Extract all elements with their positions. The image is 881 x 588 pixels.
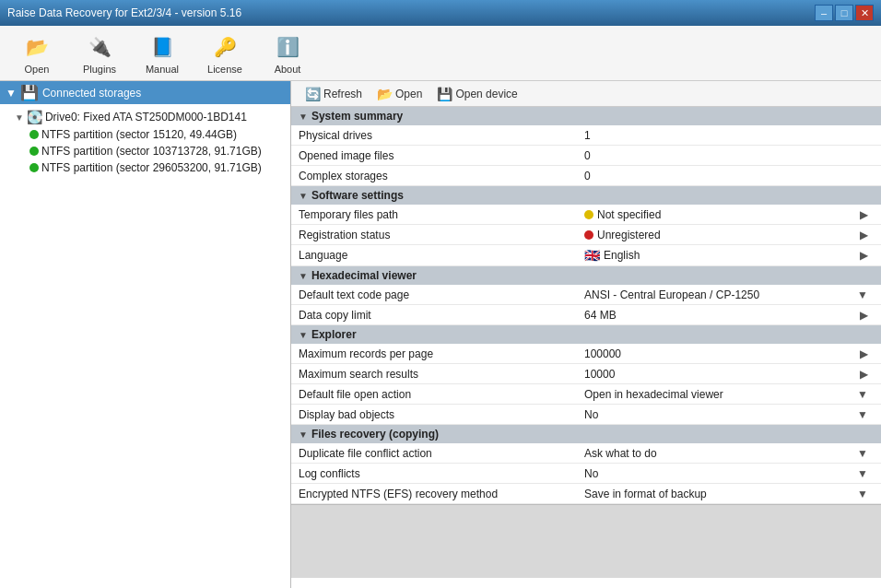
section-triangle-0: ▼: [299, 112, 308, 122]
row-max-records-per-page[interactable]: Maximum records per page 100000 ▶: [291, 344, 881, 364]
plugins-icon: 🔌: [85, 32, 114, 62]
registration-status-dot: [584, 230, 593, 240]
section-hexadecimal-viewer: ▼ Hexadecimal viewer: [291, 266, 881, 285]
toolbar-plugins[interactable]: 🔌 Plugins: [70, 29, 129, 77]
close-button[interactable]: ✕: [855, 5, 874, 21]
data-copy-limit-label: Data copy limit: [291, 306, 577, 324]
toolbar-open[interactable]: 📂 Open: [7, 29, 66, 77]
max-records-arrow: ▶: [854, 347, 874, 360]
open-device-icon: 💾: [437, 87, 452, 101]
default-file-open-action-label: Default file open action: [291, 385, 577, 404]
registration-status-value: Unregistered ▶: [577, 226, 881, 244]
registration-arrow: ▶: [854, 229, 874, 241]
registration-status-text: Unregistered: [597, 229, 661, 241]
max-records-per-page-value: 100000 ▶: [577, 345, 881, 363]
toolbar-plugins-label: Plugins: [83, 64, 116, 75]
temp-files-status-dot: [584, 210, 593, 219]
bottom-empty-area: [291, 504, 881, 578]
maximize-button[interactable]: □: [835, 5, 853, 21]
max-records-per-page-text: 100000: [584, 347, 621, 360]
window-title: Raise Data Recovery for Ext2/3/4 - versi…: [7, 6, 241, 19]
partition-node-2[interactable]: NTFS partition (sector 296053200, 91.71G…: [0, 159, 290, 176]
row-log-conflicts[interactable]: Log conflicts No ▼: [291, 464, 881, 484]
encrypted-ntfs-recovery-value: Save in format of backup ▼: [577, 485, 881, 503]
max-search-results-label: Maximum search results: [291, 365, 577, 383]
manual-icon: 📘: [147, 32, 177, 62]
flag-icon: 🇬🇧: [584, 248, 600, 263]
text-code-page-arrow: ▼: [852, 288, 874, 301]
section-files-recovery: ▼ Files recovery (copying): [291, 425, 881, 443]
row-duplicate-file-conflict[interactable]: Duplicate file conflict action Ask what …: [291, 443, 881, 464]
temp-files-arrow: ▶: [854, 208, 874, 221]
drive-node[interactable]: ▼ 💽 Drive0: Fixed ATA ST250DM000-1BD141: [0, 108, 290, 126]
default-text-code-page-label: Default text code page: [291, 286, 577, 304]
default-text-code-page-text: ANSI - Central European / CP-1250: [584, 288, 759, 301]
row-physical-drives: Physical drives 1: [291, 125, 881, 146]
section-triangle-3: ▼: [299, 330, 308, 340]
refresh-label: Refresh: [323, 88, 362, 100]
partition-status-dot-1: [29, 147, 39, 156]
refresh-button[interactable]: 🔄 Refresh: [299, 84, 369, 104]
max-records-per-page-label: Maximum records per page: [291, 345, 577, 363]
section-system-summary: ▼ System summary: [291, 107, 881, 125]
row-encrypted-ntfs-recovery[interactable]: Encrypted NTFS (EFS) recovery method Sav…: [291, 484, 881, 504]
section-explorer: ▼ Explorer: [291, 325, 881, 344]
default-text-code-page-value: ANSI - Central European / CP-1250 ▼: [577, 286, 881, 304]
default-file-open-action-arrow: ▼: [852, 388, 874, 401]
default-file-open-action-text: Open in hexadecimal viewer: [584, 388, 723, 401]
drive-label: Drive0: Fixed ATA ST250DM000-1BD141: [45, 111, 247, 123]
right-toolbar: 🔄 Refresh 📂 Open 💾 Open device: [291, 81, 881, 107]
section-triangle-1: ▼: [299, 191, 308, 201]
max-search-results-text: 10000: [584, 368, 615, 381]
partition-node-1[interactable]: NTFS partition (sector 103713728, 91.71G…: [0, 143, 290, 159]
display-bad-objects-label: Display bad objects: [291, 406, 577, 424]
toolbar-about[interactable]: ℹ️ About: [258, 29, 317, 77]
language-text: English: [604, 249, 640, 262]
main-toolbar: 📂 Open 🔌 Plugins 📘 Manual 🔑 License ℹ️ A…: [0, 26, 881, 81]
row-registration-status[interactable]: Registration status Unregistered ▶: [291, 225, 881, 245]
license-icon: 🔑: [210, 32, 240, 62]
row-language[interactable]: Language 🇬🇧 English ▶: [291, 245, 881, 266]
row-display-bad-objects[interactable]: Display bad objects No ▼: [291, 405, 881, 425]
collapse-icon[interactable]: ▼: [6, 87, 17, 100]
complex-storages-label: Complex storages: [291, 167, 577, 185]
duplicate-file-conflict-label: Duplicate file conflict action: [291, 444, 577, 463]
partition-node-0[interactable]: NTFS partition (sector 15120, 49.44GB): [0, 126, 290, 143]
physical-drives-label: Physical drives: [291, 126, 577, 145]
data-copy-limit-text: 64 MB: [584, 309, 617, 322]
toolbar-about-label: About: [275, 64, 301, 75]
open-device-button[interactable]: 💾 Open device: [430, 84, 523, 104]
section-hexadecimal-viewer-label: Hexadecimal viewer: [311, 269, 417, 282]
about-icon: ℹ️: [273, 32, 302, 62]
opened-image-files-value: 0: [577, 147, 881, 165]
row-max-search-results[interactable]: Maximum search results 10000 ▶: [291, 364, 881, 384]
open-icon: 📂: [377, 87, 393, 101]
section-explorer-label: Explorer: [311, 328, 357, 341]
minimize-button[interactable]: –: [815, 5, 833, 21]
drive-icon: 💽: [27, 110, 42, 124]
row-default-text-code-page[interactable]: Default text code page ANSI - Central Eu…: [291, 285, 881, 305]
partition-status-dot-0: [29, 130, 39, 139]
tree-header: ▼ 💾 Connected storages: [0, 81, 290, 104]
toolbar-manual[interactable]: 📘 Manual: [133, 29, 192, 77]
open-label: Open: [395, 88, 422, 100]
data-copy-limit-arrow: ▶: [854, 309, 874, 322]
section-system-summary-label: System summary: [311, 110, 403, 123]
window-controls: – □ ✕: [815, 5, 874, 21]
duplicate-file-conflict-arrow: ▼: [852, 447, 874, 460]
encrypted-ntfs-recovery-text: Save in format of backup: [584, 488, 707, 500]
display-bad-objects-value: No ▼: [577, 406, 881, 424]
title-bar: Raise Data Recovery for Ext2/3/4 - versi…: [0, 0, 881, 26]
language-arrow: ▶: [854, 249, 874, 262]
row-temp-files-path[interactable]: Temporary files path Not specified ▶: [291, 205, 881, 225]
row-default-file-open-action[interactable]: Default file open action Open in hexadec…: [291, 384, 881, 405]
encrypted-ntfs-recovery-label: Encrypted NTFS (EFS) recovery method: [291, 485, 577, 503]
partition-label-1: NTFS partition (sector 103713728, 91.71G…: [41, 145, 262, 158]
open-button[interactable]: 📂 Open: [370, 84, 429, 104]
section-files-recovery-label: Files recovery (copying): [311, 428, 439, 441]
complex-storages-value: 0: [577, 167, 881, 185]
row-data-copy-limit[interactable]: Data copy limit 64 MB ▶: [291, 305, 881, 325]
toolbar-license[interactable]: 🔑 License: [195, 29, 254, 77]
toolbar-license-label: License: [207, 64, 242, 75]
row-complex-storages: Complex storages 0: [291, 166, 881, 186]
